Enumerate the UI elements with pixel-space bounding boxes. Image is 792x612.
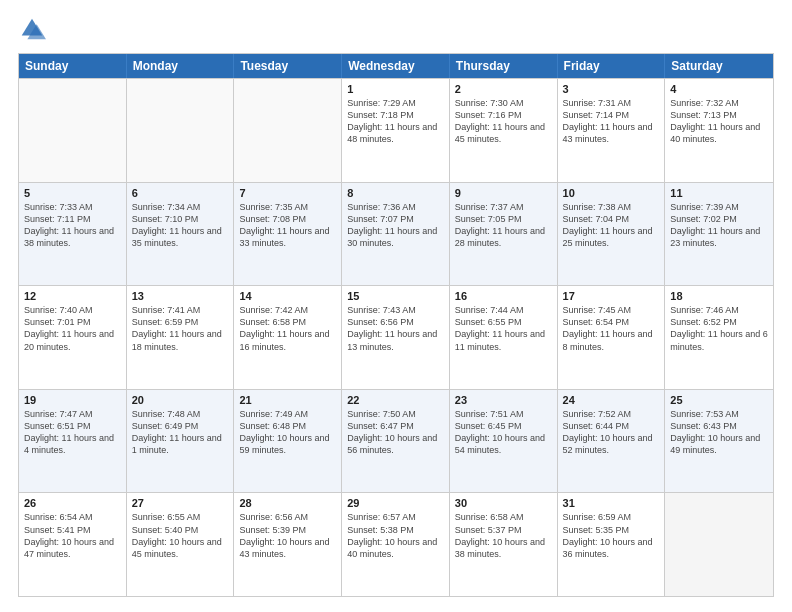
day-info: Sunrise: 7:34 AM Sunset: 7:10 PM Dayligh…: [132, 201, 229, 250]
day-info: Sunrise: 7:30 AM Sunset: 7:16 PM Dayligh…: [455, 97, 552, 146]
day-info: Sunrise: 7:33 AM Sunset: 7:11 PM Dayligh…: [24, 201, 121, 250]
day-number: 22: [347, 394, 444, 406]
day-info: Sunrise: 7:44 AM Sunset: 6:55 PM Dayligh…: [455, 304, 552, 353]
day-info: Sunrise: 6:55 AM Sunset: 5:40 PM Dayligh…: [132, 511, 229, 560]
day-cell-27: 27Sunrise: 6:55 AM Sunset: 5:40 PM Dayli…: [127, 493, 235, 596]
day-cell-9: 9Sunrise: 7:37 AM Sunset: 7:05 PM Daylig…: [450, 183, 558, 286]
logo: [18, 15, 50, 43]
day-number: 14: [239, 290, 336, 302]
day-number: 27: [132, 497, 229, 509]
day-number: 30: [455, 497, 552, 509]
day-number: 20: [132, 394, 229, 406]
day-info: Sunrise: 7:42 AM Sunset: 6:58 PM Dayligh…: [239, 304, 336, 353]
day-number: 17: [563, 290, 660, 302]
day-cell-25: 25Sunrise: 7:53 AM Sunset: 6:43 PM Dayli…: [665, 390, 773, 493]
day-info: Sunrise: 7:46 AM Sunset: 6:52 PM Dayligh…: [670, 304, 768, 353]
day-number: 12: [24, 290, 121, 302]
week-row-3: 12Sunrise: 7:40 AM Sunset: 7:01 PM Dayli…: [19, 285, 773, 389]
day-cell-19: 19Sunrise: 7:47 AM Sunset: 6:51 PM Dayli…: [19, 390, 127, 493]
day-cell-30: 30Sunrise: 6:58 AM Sunset: 5:37 PM Dayli…: [450, 493, 558, 596]
day-number: 9: [455, 187, 552, 199]
day-info: Sunrise: 7:52 AM Sunset: 6:44 PM Dayligh…: [563, 408, 660, 457]
day-info: Sunrise: 7:36 AM Sunset: 7:07 PM Dayligh…: [347, 201, 444, 250]
day-number: 31: [563, 497, 660, 509]
day-info: Sunrise: 7:51 AM Sunset: 6:45 PM Dayligh…: [455, 408, 552, 457]
header-day-sunday: Sunday: [19, 54, 127, 78]
day-cell-15: 15Sunrise: 7:43 AM Sunset: 6:56 PM Dayli…: [342, 286, 450, 389]
day-info: Sunrise: 7:35 AM Sunset: 7:08 PM Dayligh…: [239, 201, 336, 250]
day-info: Sunrise: 7:43 AM Sunset: 6:56 PM Dayligh…: [347, 304, 444, 353]
day-info: Sunrise: 7:45 AM Sunset: 6:54 PM Dayligh…: [563, 304, 660, 353]
day-number: 19: [24, 394, 121, 406]
day-number: 13: [132, 290, 229, 302]
day-cell-26: 26Sunrise: 6:54 AM Sunset: 5:41 PM Dayli…: [19, 493, 127, 596]
day-info: Sunrise: 7:38 AM Sunset: 7:04 PM Dayligh…: [563, 201, 660, 250]
day-info: Sunrise: 6:58 AM Sunset: 5:37 PM Dayligh…: [455, 511, 552, 560]
day-cell-10: 10Sunrise: 7:38 AM Sunset: 7:04 PM Dayli…: [558, 183, 666, 286]
empty-cell: [19, 79, 127, 182]
day-cell-28: 28Sunrise: 6:56 AM Sunset: 5:39 PM Dayli…: [234, 493, 342, 596]
day-number: 21: [239, 394, 336, 406]
empty-cell: [665, 493, 773, 596]
day-cell-5: 5Sunrise: 7:33 AM Sunset: 7:11 PM Daylig…: [19, 183, 127, 286]
day-info: Sunrise: 7:31 AM Sunset: 7:14 PM Dayligh…: [563, 97, 660, 146]
logo-icon: [18, 15, 46, 43]
day-cell-29: 29Sunrise: 6:57 AM Sunset: 5:38 PM Dayli…: [342, 493, 450, 596]
day-number: 6: [132, 187, 229, 199]
day-info: Sunrise: 7:29 AM Sunset: 7:18 PM Dayligh…: [347, 97, 444, 146]
day-number: 25: [670, 394, 768, 406]
day-info: Sunrise: 6:54 AM Sunset: 5:41 PM Dayligh…: [24, 511, 121, 560]
day-cell-14: 14Sunrise: 7:42 AM Sunset: 6:58 PM Dayli…: [234, 286, 342, 389]
day-cell-17: 17Sunrise: 7:45 AM Sunset: 6:54 PM Dayli…: [558, 286, 666, 389]
header-day-tuesday: Tuesday: [234, 54, 342, 78]
header-day-thursday: Thursday: [450, 54, 558, 78]
day-cell-3: 3Sunrise: 7:31 AM Sunset: 7:14 PM Daylig…: [558, 79, 666, 182]
header: [18, 15, 774, 43]
day-cell-2: 2Sunrise: 7:30 AM Sunset: 7:16 PM Daylig…: [450, 79, 558, 182]
header-day-wednesday: Wednesday: [342, 54, 450, 78]
day-number: 5: [24, 187, 121, 199]
day-info: Sunrise: 7:41 AM Sunset: 6:59 PM Dayligh…: [132, 304, 229, 353]
day-number: 3: [563, 83, 660, 95]
day-cell-20: 20Sunrise: 7:48 AM Sunset: 6:49 PM Dayli…: [127, 390, 235, 493]
week-row-1: 1Sunrise: 7:29 AM Sunset: 7:18 PM Daylig…: [19, 78, 773, 182]
day-number: 16: [455, 290, 552, 302]
day-cell-12: 12Sunrise: 7:40 AM Sunset: 7:01 PM Dayli…: [19, 286, 127, 389]
day-info: Sunrise: 6:56 AM Sunset: 5:39 PM Dayligh…: [239, 511, 336, 560]
day-number: 28: [239, 497, 336, 509]
day-cell-7: 7Sunrise: 7:35 AM Sunset: 7:08 PM Daylig…: [234, 183, 342, 286]
day-info: Sunrise: 7:40 AM Sunset: 7:01 PM Dayligh…: [24, 304, 121, 353]
day-info: Sunrise: 7:50 AM Sunset: 6:47 PM Dayligh…: [347, 408, 444, 457]
day-info: Sunrise: 7:48 AM Sunset: 6:49 PM Dayligh…: [132, 408, 229, 457]
day-info: Sunrise: 6:59 AM Sunset: 5:35 PM Dayligh…: [563, 511, 660, 560]
empty-cell: [234, 79, 342, 182]
day-cell-16: 16Sunrise: 7:44 AM Sunset: 6:55 PM Dayli…: [450, 286, 558, 389]
day-cell-24: 24Sunrise: 7:52 AM Sunset: 6:44 PM Dayli…: [558, 390, 666, 493]
day-number: 29: [347, 497, 444, 509]
day-info: Sunrise: 6:57 AM Sunset: 5:38 PM Dayligh…: [347, 511, 444, 560]
empty-cell: [127, 79, 235, 182]
calendar-body: 1Sunrise: 7:29 AM Sunset: 7:18 PM Daylig…: [19, 78, 773, 596]
day-number: 7: [239, 187, 336, 199]
day-info: Sunrise: 7:53 AM Sunset: 6:43 PM Dayligh…: [670, 408, 768, 457]
header-day-saturday: Saturday: [665, 54, 773, 78]
header-day-monday: Monday: [127, 54, 235, 78]
day-info: Sunrise: 7:32 AM Sunset: 7:13 PM Dayligh…: [670, 97, 768, 146]
day-number: 1: [347, 83, 444, 95]
day-number: 23: [455, 394, 552, 406]
day-number: 18: [670, 290, 768, 302]
day-cell-4: 4Sunrise: 7:32 AM Sunset: 7:13 PM Daylig…: [665, 79, 773, 182]
day-number: 11: [670, 187, 768, 199]
day-number: 24: [563, 394, 660, 406]
day-cell-23: 23Sunrise: 7:51 AM Sunset: 6:45 PM Dayli…: [450, 390, 558, 493]
day-number: 10: [563, 187, 660, 199]
day-info: Sunrise: 7:37 AM Sunset: 7:05 PM Dayligh…: [455, 201, 552, 250]
day-cell-6: 6Sunrise: 7:34 AM Sunset: 7:10 PM Daylig…: [127, 183, 235, 286]
calendar: SundayMondayTuesdayWednesdayThursdayFrid…: [18, 53, 774, 597]
day-cell-13: 13Sunrise: 7:41 AM Sunset: 6:59 PM Dayli…: [127, 286, 235, 389]
day-number: 2: [455, 83, 552, 95]
page: SundayMondayTuesdayWednesdayThursdayFrid…: [0, 0, 792, 612]
day-cell-8: 8Sunrise: 7:36 AM Sunset: 7:07 PM Daylig…: [342, 183, 450, 286]
day-cell-22: 22Sunrise: 7:50 AM Sunset: 6:47 PM Dayli…: [342, 390, 450, 493]
calendar-header: SundayMondayTuesdayWednesdayThursdayFrid…: [19, 54, 773, 78]
